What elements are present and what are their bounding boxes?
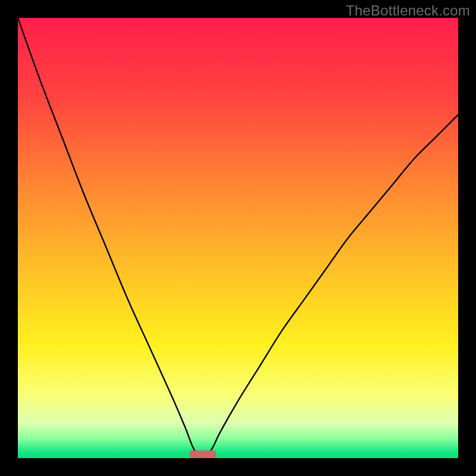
plot-area [18,18,458,458]
gradient-background [18,18,458,458]
watermark-text: TheBottleneck.com [346,2,470,19]
chart-container: TheBottleneck.com [0,0,476,476]
bottleneck-marker [190,450,216,458]
bottleneck-chart [18,18,458,458]
